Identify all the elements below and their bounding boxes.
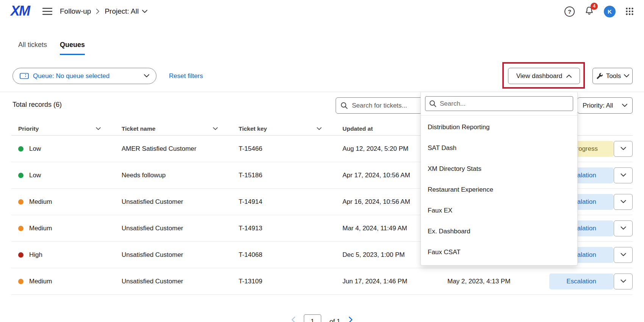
ticket-name: Needs followup: [122, 172, 166, 179]
column-header-ticket-name[interactable]: Ticket name: [122, 125, 218, 132]
status-chevron-button[interactable]: [614, 274, 633, 289]
updated-at: Apr 17, 2024, 10:56 AM: [342, 172, 410, 179]
priority-dot: [18, 252, 23, 258]
chevron-left-icon: [291, 316, 295, 322]
priority-label: Low: [29, 145, 41, 153]
column-header-updated-at[interactable]: Updated at: [342, 125, 429, 132]
column-label: Updated at: [342, 125, 373, 132]
status-chevron-button[interactable]: [614, 194, 633, 210]
chevron-down-icon: [624, 74, 629, 78]
chevron-down-icon: [621, 253, 626, 256]
updated-at: Jun 17, 2024, 1:46 PM: [342, 278, 407, 285]
apps-grid-button[interactable]: [625, 7, 634, 16]
ticket-name: Unsatisfied Customer: [122, 278, 183, 285]
priority-dot: [18, 173, 23, 178]
wrench-icon: [596, 72, 603, 80]
priority-cell: Medium: [18, 278, 52, 285]
ticket-icon: [20, 73, 29, 79]
notification-badge: 4: [591, 3, 598, 10]
status-chevron-button[interactable]: [614, 141, 633, 157]
chevron-down-icon: [622, 104, 627, 107]
updated-at: Apr 16, 2024, 10:56 AM: [342, 198, 410, 206]
dashboard-search-box: [425, 96, 573, 111]
queue-selector-label: Queue: No queue selected: [33, 72, 109, 80]
updated-at: Aug 12, 2024, 5:20 PM: [342, 145, 408, 153]
priority-dot: [18, 146, 23, 152]
sort-chevron-icon: [317, 127, 322, 130]
next-page-button[interactable]: [349, 314, 353, 322]
ticket-key: T-14068: [239, 251, 262, 259]
search-icon: [429, 100, 436, 107]
second-date: May 2, 2023, 4:13 PM: [447, 278, 510, 285]
pagination: 1 of 1: [0, 314, 644, 322]
help-button[interactable]: ?: [564, 6, 575, 17]
prev-page-button[interactable]: [291, 314, 295, 322]
dashboard-item[interactable]: Faux CSAT: [421, 242, 577, 263]
priority-label: Medium: [29, 225, 52, 232]
dashboard-item[interactable]: Distribution Reporting: [421, 117, 577, 138]
search-icon: [341, 102, 348, 109]
table-row[interactable]: Medium Unsatisfied Customer T-13109 Jun …: [11, 268, 633, 295]
xm-logo: XM: [11, 3, 30, 19]
status-control: Escalation: [549, 274, 633, 289]
sort-chevron-icon: [213, 127, 218, 130]
page-number-box[interactable]: 1: [304, 314, 321, 322]
tab-queues[interactable]: Queues: [60, 41, 85, 55]
chevron-down-icon: [144, 74, 149, 78]
updated-at: Dec 5, 2023, 1:00 PM: [342, 251, 405, 259]
chevron-down-icon: [621, 227, 626, 230]
breadcrumb-section[interactable]: Follow-up: [60, 7, 91, 16]
view-dashboard-button[interactable]: View dashboard: [508, 68, 580, 84]
view-dashboard-label: View dashboard: [516, 72, 563, 80]
breadcrumb: Follow-up Project: All: [60, 0, 147, 23]
column-header-ticket-key[interactable]: Ticket key: [239, 125, 322, 132]
dashboard-item[interactable]: Faux EX: [421, 200, 577, 221]
ticket-name: AMER Satisfied Customer: [122, 145, 196, 153]
priority-label: Low: [29, 172, 41, 179]
priority-dot: [18, 226, 23, 231]
dashboard-search-input[interactable]: [440, 100, 569, 108]
priority-cell: Medium: [18, 198, 52, 206]
dashboard-item[interactable]: Ex. Dashboard: [421, 221, 577, 242]
hamburger-menu-button[interactable]: [42, 8, 52, 17]
status-pill[interactable]: Escalation: [549, 274, 613, 289]
page-number: 1: [311, 318, 314, 322]
view-tabs: All tickets Queues: [18, 41, 85, 55]
column-header-priority[interactable]: Priority: [18, 125, 101, 132]
status-chevron-button[interactable]: [614, 167, 633, 183]
chevron-down-icon: [621, 147, 626, 150]
priority-label: Medium: [29, 198, 52, 206]
dashboard-item[interactable]: SAT Dash: [421, 138, 577, 158]
dashboard-item[interactable]: Restaurant Experience: [421, 179, 577, 200]
help-icon: ?: [568, 8, 571, 15]
priority-cell: Medium: [18, 225, 52, 232]
page-count-label: of 1: [330, 314, 340, 322]
chevron-right-icon: [349, 316, 353, 322]
queue-selector-button[interactable]: Queue: No queue selected: [13, 68, 156, 84]
priority-filter-dropdown[interactable]: Priority: All: [577, 97, 633, 114]
total-records-label: Total records (6): [13, 101, 62, 109]
priority-cell: High: [18, 251, 42, 259]
status-chevron-button[interactable]: [614, 247, 633, 263]
sort-chevron-icon: [96, 127, 101, 130]
tools-button[interactable]: Tools: [592, 68, 633, 84]
top-bar: XM Follow-up Project: All ? 4 K: [0, 0, 644, 23]
app-root: XM Follow-up Project: All ? 4 K: [0, 0, 644, 322]
priority-filter-label: Priority: All: [583, 102, 613, 109]
dashboard-item[interactable]: XM Directory Stats: [421, 158, 577, 179]
chevron-right-icon: [96, 8, 100, 14]
tab-all-tickets[interactable]: All tickets: [18, 41, 47, 55]
ticket-key: T-14914: [239, 198, 262, 206]
priority-dot: [18, 279, 23, 284]
project-selector[interactable]: Project: All: [105, 7, 147, 16]
notifications-button[interactable]: 4: [584, 6, 594, 17]
dashboard-list: Distribution ReportingSAT DashXM Directo…: [421, 116, 577, 263]
reset-filters-link[interactable]: Reset filters: [169, 68, 203, 84]
status-chevron-button[interactable]: [614, 220, 633, 236]
tools-label: Tools: [606, 72, 621, 80]
apps-grid-icon: [625, 7, 634, 16]
ticket-name: Unsatisfied Customer: [122, 251, 183, 259]
ticket-key: T-15186: [239, 172, 262, 179]
avatar[interactable]: K: [604, 6, 616, 17]
ticket-key: T-13109: [239, 278, 262, 285]
